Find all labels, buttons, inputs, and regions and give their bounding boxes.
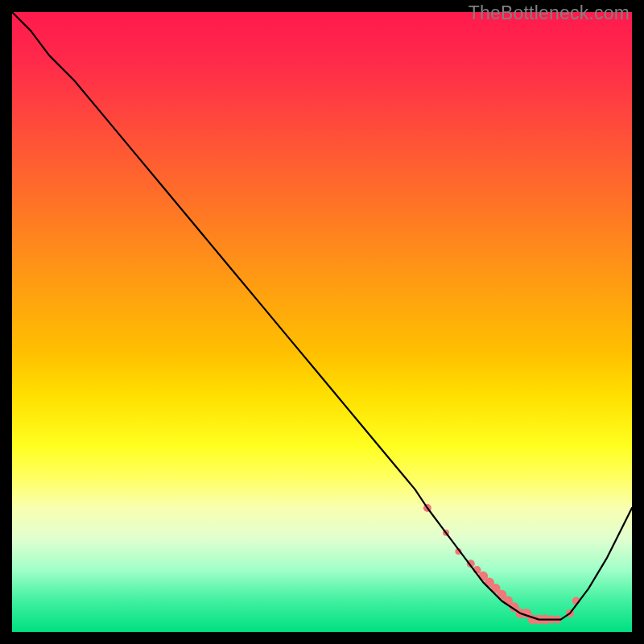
bottleneck-curve: [12, 12, 632, 620]
chart-container: TheBottleneck.com: [0, 0, 644, 644]
chart-overlay: [12, 12, 632, 632]
marker-cluster: [423, 504, 580, 625]
watermark-text: TheBottleneck.com: [469, 2, 630, 24]
